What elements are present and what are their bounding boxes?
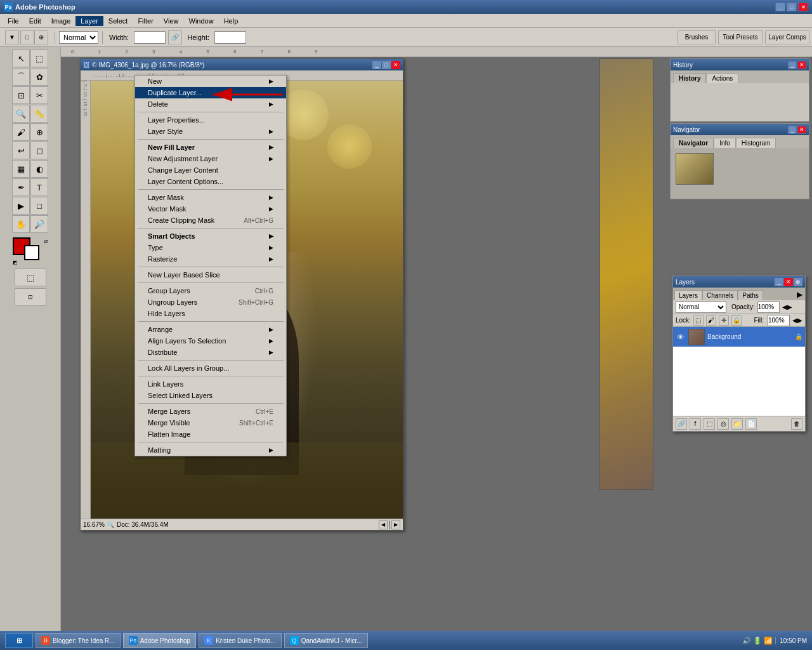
menu-create-clipping-mask[interactable]: Create Clipping Mask Alt+Ctrl+G bbox=[135, 215, 286, 226]
tab-histogram[interactable]: Histogram bbox=[736, 138, 776, 148]
new-group-btn[interactable]: 📁 bbox=[731, 418, 743, 430]
menu-ungroup-layers[interactable]: Ungroup Layers Shift+Ctrl+G bbox=[135, 296, 286, 308]
menu-delete[interactable]: Delete ▶ bbox=[135, 98, 286, 110]
lock-image-btn[interactable]: 🖌 bbox=[706, 315, 716, 326]
zoom-tool[interactable]: 🔎 bbox=[30, 215, 48, 233]
doc-maximize-btn[interactable]: □ bbox=[382, 61, 391, 69]
menu-link-layers[interactable]: Link Layers bbox=[135, 378, 286, 390]
blend-mode-select[interactable]: Normal bbox=[59, 31, 98, 44]
history-brush-tool[interactable]: ↩ bbox=[12, 142, 30, 159]
fill-input[interactable] bbox=[768, 315, 790, 326]
menu-view[interactable]: View bbox=[159, 16, 184, 26]
menu-new-layer-based-slice[interactable]: New Layer Based Slice bbox=[135, 269, 286, 281]
tool-shape-btn[interactable]: □ bbox=[20, 30, 34, 44]
gradient-tool[interactable]: ▦ bbox=[12, 160, 30, 178]
stamp-tool[interactable]: ⊕ bbox=[30, 123, 48, 141]
layer-blend-mode-select[interactable]: Normal bbox=[676, 302, 726, 313]
lock-transparent-btn[interactable]: ⬚ bbox=[693, 315, 704, 326]
shape-tool[interactable]: □ bbox=[30, 197, 48, 215]
eyedropper-tool[interactable]: 🔍 bbox=[12, 105, 30, 123]
menu-new[interactable]: New ▶ bbox=[135, 76, 286, 87]
add-mask-btn[interactable]: ⬚ bbox=[704, 418, 715, 430]
quick-selection-tool[interactable]: ✿ bbox=[30, 68, 48, 86]
layers-panel-menu-btn[interactable]: ▶ bbox=[796, 289, 804, 300]
new-layer-btn[interactable]: 📄 bbox=[745, 418, 757, 430]
quick-mask-btn[interactable]: ⬚ bbox=[15, 269, 46, 286]
lock-position-btn[interactable]: ✛ bbox=[719, 315, 729, 326]
menu-lock-all-layers[interactable]: Lock All Layers in Group... bbox=[135, 362, 286, 374]
menu-merge-visible[interactable]: Merge Visible Shift+Ctrl+E bbox=[135, 417, 286, 428]
menu-type[interactable]: Type ▶ bbox=[135, 242, 286, 253]
menu-vector-mask[interactable]: Vector Mask ▶ bbox=[135, 203, 286, 215]
menu-layer-properties[interactable]: Layer Properties... bbox=[135, 114, 286, 126]
menu-duplicate-layer[interactable]: Duplicate Layer... bbox=[135, 87, 286, 98]
scroll-left-btn[interactable]: ◀ bbox=[379, 521, 388, 529]
layer-comps-btn[interactable]: Layer Comps bbox=[765, 30, 809, 44]
selection-tool[interactable]: ⬚ bbox=[30, 50, 48, 67]
close-button[interactable]: ✕ bbox=[798, 3, 808, 11]
menu-edit[interactable]: Edit bbox=[24, 16, 46, 26]
menu-select[interactable]: Select bbox=[103, 16, 133, 26]
tab-info[interactable]: Info bbox=[714, 138, 736, 148]
menu-matting[interactable]: Matting ▶ bbox=[135, 444, 286, 456]
tab-actions[interactable]: Actions bbox=[706, 73, 738, 83]
menu-filter[interactable]: Filter bbox=[133, 16, 158, 26]
menu-change-layer-content[interactable]: Change Layer Content bbox=[135, 164, 286, 176]
doc-minimize-btn[interactable]: _ bbox=[372, 61, 381, 69]
default-colors[interactable]: ◩ bbox=[13, 260, 18, 265]
layers-tab-paths[interactable]: Paths bbox=[738, 290, 763, 300]
menu-new-adjustment-layer[interactable]: New Adjustment Layer ▶ bbox=[135, 153, 286, 164]
volume-icon[interactable]: 🔊 bbox=[742, 636, 751, 645]
tab-navigator[interactable]: Navigator bbox=[673, 138, 714, 148]
link-layers-btn[interactable]: 🔗 bbox=[676, 418, 687, 430]
swap-colors[interactable]: ⇄ bbox=[44, 239, 48, 244]
scroll-right-btn[interactable]: ▶ bbox=[391, 521, 400, 529]
menu-window[interactable]: Window bbox=[184, 16, 219, 26]
battery-icon[interactable]: 🔋 bbox=[753, 636, 762, 645]
layers-tab-channels[interactable]: Channels bbox=[702, 290, 738, 300]
layers-expand-btn[interactable]: ⊕ bbox=[794, 278, 802, 286]
brushes-btn[interactable]: Brushes bbox=[678, 30, 716, 44]
new-adjustment-btn[interactable]: ◎ bbox=[717, 418, 729, 430]
menu-smart-objects[interactable]: Smart Objects ▶ bbox=[135, 230, 286, 242]
menu-align-layers[interactable]: Align Layers To Selection ▶ bbox=[135, 335, 286, 347]
layer-visibility-eye[interactable]: 👁 bbox=[676, 332, 686, 342]
tool-presets-btn[interactable]: Tool Presets bbox=[718, 30, 763, 44]
dodge-tool[interactable]: ◐ bbox=[30, 160, 48, 178]
layers-minimize-btn[interactable]: _ bbox=[775, 278, 783, 286]
tool-preset-btn[interactable]: ▼ bbox=[5, 30, 19, 44]
maximize-button[interactable]: □ bbox=[787, 3, 797, 11]
menu-help[interactable]: Help bbox=[219, 16, 244, 26]
menu-layer[interactable]: Layer bbox=[75, 16, 103, 26]
doc-close-btn[interactable]: ✕ bbox=[391, 61, 400, 69]
menu-layer-mask[interactable]: Layer Mask ▶ bbox=[135, 192, 286, 203]
pen-tool[interactable]: ✒ bbox=[12, 178, 30, 196]
link-dimensions-btn[interactable]: 🔗 bbox=[168, 30, 182, 44]
text-tool[interactable]: T bbox=[30, 178, 48, 196]
menu-flatten-image[interactable]: Flatten Image bbox=[135, 428, 286, 440]
lasso-tool[interactable]: ⌒ bbox=[12, 68, 30, 86]
opacity-input[interactable] bbox=[757, 302, 780, 313]
taskbar-app-photoshop[interactable]: Ps Adobe Photoshop bbox=[123, 633, 197, 648]
minimize-button[interactable]: _ bbox=[775, 3, 785, 11]
taskbar-app-kristen[interactable]: K Kristen Duke Photo... bbox=[199, 633, 282, 648]
background-color[interactable] bbox=[24, 245, 39, 260]
lock-all-btn[interactable]: 🔒 bbox=[731, 315, 742, 326]
hand-tool[interactable]: ✋ bbox=[12, 215, 30, 233]
menu-arrange[interactable]: Arrange ▶ bbox=[135, 324, 286, 335]
layers-close-btn[interactable]: ✕ bbox=[784, 278, 793, 286]
width-input[interactable] bbox=[134, 31, 166, 44]
start-button[interactable]: ⊞ bbox=[5, 633, 33, 648]
taskbar-app-qanda[interactable]: Q QandAwithKJ - Micr... bbox=[284, 633, 368, 648]
layers-tab-layers[interactable]: Layers bbox=[674, 290, 702, 300]
menu-file[interactable]: File bbox=[3, 16, 24, 26]
delete-layer-btn[interactable]: 🗑 bbox=[791, 418, 802, 430]
tab-history[interactable]: History bbox=[673, 73, 706, 83]
menu-distribute[interactable]: Distribute ▶ bbox=[135, 347, 286, 358]
history-close-btn[interactable]: ✕ bbox=[797, 61, 806, 69]
menu-group-layers[interactable]: Group Layers Ctrl+G bbox=[135, 285, 286, 296]
history-minimize-btn[interactable]: _ bbox=[788, 61, 797, 69]
menu-new-fill-layer[interactable]: New Fill Layer ▶ bbox=[135, 142, 286, 153]
menu-select-linked-layers[interactable]: Select Linked Layers bbox=[135, 390, 286, 401]
slice-tool[interactable]: ✂ bbox=[30, 86, 48, 104]
